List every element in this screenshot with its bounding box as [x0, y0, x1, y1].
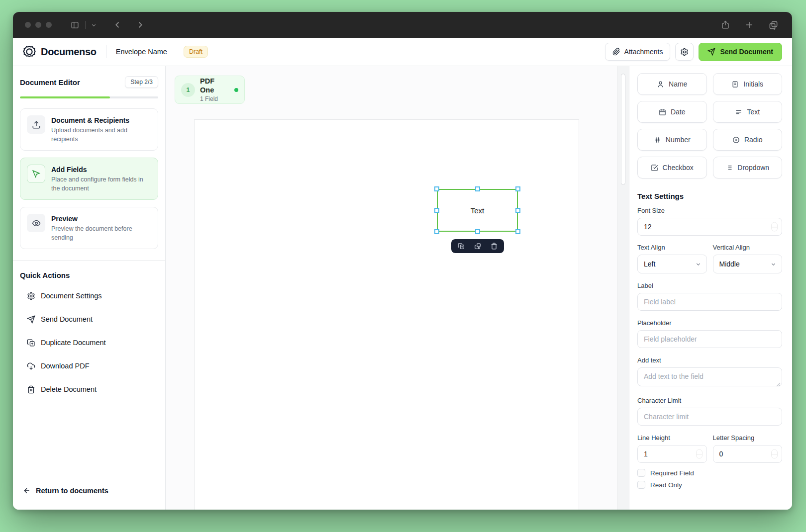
quick-action-duplicate-document[interactable]: Duplicate Document — [27, 335, 158, 350]
placed-field-wrapper: Text — [437, 189, 518, 232]
share-icon — [721, 20, 730, 30]
status-dot-icon — [234, 88, 238, 92]
browser-titlebar — [13, 12, 792, 38]
resize-handle-right[interactable] — [515, 208, 520, 213]
sidebar-title: Document Editor — [20, 78, 80, 87]
copy-to-pages-icon — [474, 243, 481, 250]
step-badge: Step 2/3 — [125, 76, 158, 88]
step-title: Add Fields — [51, 165, 151, 174]
document-canvas: 1 PDF One 1 Field Text — [166, 66, 629, 510]
send-icon — [27, 315, 35, 324]
field-duplicate-button[interactable] — [455, 241, 468, 252]
dropdown-list-icon — [725, 164, 733, 172]
gear-icon — [27, 292, 35, 300]
required-field-label: Required Field — [650, 469, 694, 477]
trash-icon — [491, 243, 498, 250]
quick-action-download-pdf[interactable]: Download PDF — [27, 358, 158, 373]
document-settings-button[interactable] — [675, 43, 694, 61]
resize-handle-top-left[interactable] — [434, 186, 439, 191]
quick-action-label: Download PDF — [41, 362, 90, 370]
browser-sidebar-menu[interactable] — [89, 20, 99, 30]
eye-icon — [27, 214, 45, 232]
number-stepper-icon[interactable] — [696, 449, 703, 459]
step-document-recipients[interactable]: Document & Recipients Upload documents a… — [20, 108, 158, 151]
font-size-input[interactable] — [637, 218, 782, 236]
gear-icon — [680, 48, 689, 56]
progress-bar — [20, 96, 158, 98]
add-text-label: Add text — [637, 356, 782, 364]
field-button-radio[interactable]: Radio — [713, 129, 783, 151]
quick-action-label: Send Document — [41, 315, 93, 323]
document-editor-sidebar: Document Editor Step 2/3 Document & Reci… — [13, 66, 166, 510]
step-desc: Preview the document before sending — [51, 225, 151, 242]
placeholder-input[interactable] — [637, 330, 782, 348]
step-desc: Place and configure form fields in the d… — [51, 176, 151, 193]
attachments-button[interactable]: Attachments — [605, 43, 671, 61]
letter-spacing-label: Letter Spacing — [713, 434, 783, 442]
text-settings-title: Text Settings — [637, 192, 782, 200]
add-text-textarea[interactable] — [637, 367, 782, 386]
text-align-select[interactable]: Left — [637, 255, 707, 273]
field-delete-button[interactable] — [488, 241, 501, 252]
character-limit-label: Character Limit — [637, 397, 782, 404]
browser-new-tab-button[interactable] — [743, 18, 756, 31]
resize-handle-top-right[interactable] — [515, 186, 520, 191]
resize-handle-left[interactable] — [434, 208, 439, 213]
field-button-dropdown[interactable]: Dropdown — [713, 157, 783, 178]
field-button-number[interactable]: Number — [637, 129, 707, 151]
text-field[interactable]: Text — [437, 189, 518, 232]
maximize-window-icon[interactable] — [46, 22, 52, 28]
browser-tabs-overview-button[interactable] — [767, 18, 780, 32]
font-size-label: Font Size — [637, 207, 782, 214]
resize-handle-bottom[interactable] — [475, 229, 480, 234]
arrow-left-icon — [23, 487, 31, 495]
scrollbar-thumb[interactable] — [621, 74, 625, 185]
quick-action-delete-document[interactable]: Delete Document — [27, 382, 158, 397]
number-stepper-icon[interactable] — [771, 222, 778, 232]
field-button-name[interactable]: Name — [637, 73, 707, 95]
page-tab-field-count: 1 Field — [200, 95, 228, 102]
send-document-button[interactable]: Send Document — [699, 43, 782, 61]
quick-action-label: Document Settings — [41, 292, 102, 300]
required-field-checkbox[interactable] — [637, 469, 645, 477]
initials-card-icon — [731, 81, 739, 88]
divider — [106, 45, 106, 58]
number-stepper-icon[interactable] — [771, 449, 778, 459]
field-copy-to-pages-button[interactable] — [471, 241, 484, 252]
browser-forward-button[interactable] — [133, 18, 146, 31]
duplicate-icon — [27, 339, 35, 347]
minimize-window-icon[interactable] — [35, 22, 41, 28]
close-window-icon[interactable] — [25, 22, 31, 28]
chevron-down-icon — [695, 261, 702, 267]
send-icon — [707, 48, 715, 56]
brand-logo-group[interactable]: Documenso — [23, 45, 97, 58]
return-to-documents-link[interactable]: Return to documents — [20, 487, 158, 495]
quick-action-document-settings[interactable]: Document Settings — [27, 288, 158, 303]
duplicate-icon — [458, 243, 465, 250]
envelope-name[interactable]: Envelope Name — [116, 48, 167, 56]
vertical-align-select[interactable]: Middle — [713, 255, 783, 273]
resize-handle-top[interactable] — [475, 186, 480, 191]
browser-sidebar-toggle[interactable] — [68, 19, 82, 31]
field-button-text[interactable]: Text — [713, 101, 783, 123]
traffic-lights[interactable] — [25, 22, 52, 28]
field-button-checkbox[interactable]: Checkbox — [637, 157, 707, 178]
character-limit-input[interactable] — [637, 408, 782, 426]
field-button-label: Checkbox — [663, 164, 694, 172]
step-preview[interactable]: Preview Preview the document before send… — [20, 207, 158, 249]
resize-handle-bottom-left[interactable] — [434, 229, 439, 234]
paperclip-icon — [612, 48, 620, 56]
browser-back-button[interactable] — [111, 18, 124, 31]
step-add-fields[interactable]: Add Fields Place and configure form fiel… — [20, 158, 158, 200]
read-only-checkbox[interactable] — [637, 481, 645, 489]
field-button-initials[interactable]: Initials — [713, 73, 783, 95]
field-button-date[interactable]: Date — [637, 101, 707, 123]
resize-handle-bottom-right[interactable] — [515, 229, 520, 234]
page-tab-pdf-one[interactable]: 1 PDF One 1 Field — [175, 76, 245, 104]
label-input[interactable] — [637, 293, 782, 311]
attachments-label: Attachments — [624, 48, 663, 56]
cursor-icon — [27, 165, 45, 183]
browser-share-button[interactable] — [719, 18, 732, 32]
field-settings-panel: Name Initials Date Text Number — [629, 66, 792, 510]
quick-action-send-document[interactable]: Send Document — [27, 312, 158, 327]
